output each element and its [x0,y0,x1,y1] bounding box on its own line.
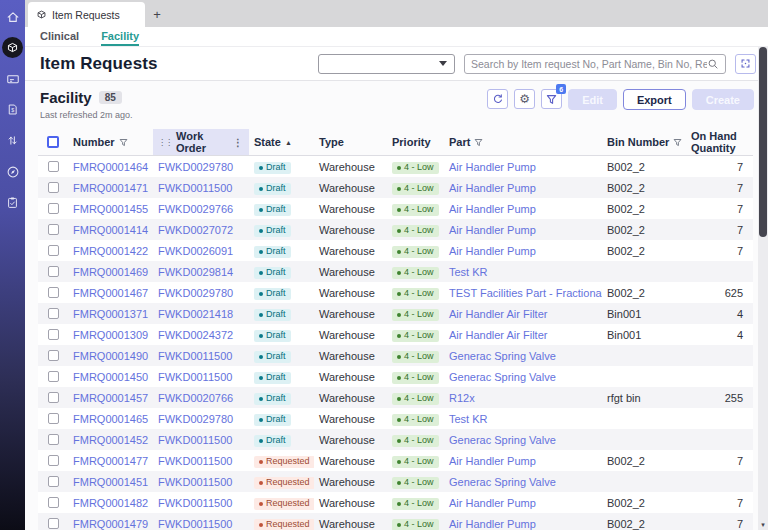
export-button[interactable]: Export [623,89,686,110]
column-menu-icon[interactable]: ⋮ [233,137,249,148]
part-link[interactable]: Air Handler Pump [449,182,536,194]
item-request-link[interactable]: FMRQ0001452 [73,434,148,446]
create-button[interactable]: Create [692,89,754,110]
filter-dropdown[interactable] [318,54,455,74]
filter-button[interactable]: 6 [541,89,562,109]
item-request-link[interactable]: FMRQ0001450 [73,371,148,383]
part-link[interactable]: Air Handler Pump [449,518,536,530]
item-request-link[interactable]: FMRQ0001457 [73,392,148,404]
tasks-clipboard-icon[interactable] [2,192,23,213]
row-checkbox[interactable] [48,203,59,214]
item-requests-icon[interactable] [2,37,23,58]
work-order-link[interactable]: FWKD0026091 [158,245,233,257]
part-link[interactable]: Generac Spring Valve [449,434,556,446]
edit-button[interactable]: Edit [568,89,617,110]
search-icon[interactable] [707,58,719,70]
work-order-link[interactable]: FWKD0029780 [158,287,233,299]
select-all-checkbox[interactable] [47,136,59,148]
column-filter-icon[interactable] [474,138,483,147]
card-icon[interactable] [2,68,23,89]
row-checkbox[interactable] [48,497,59,508]
work-order-link[interactable]: FWKD0011500 [158,497,232,509]
column-header-type[interactable]: Type [314,129,387,155]
part-link[interactable]: R12x [449,392,475,404]
item-request-link[interactable]: FMRQ0001455 [73,203,148,215]
part-link[interactable]: Air Handler Pump [449,497,536,509]
item-request-link[interactable]: FMRQ0001490 [73,350,148,362]
refresh-button[interactable] [487,89,508,109]
column-header-state[interactable]: State▲ [249,129,314,155]
item-request-link[interactable]: FMRQ0001309 [73,329,148,341]
part-link[interactable]: Test KR [449,413,488,425]
part-link[interactable]: Air Handler Pump [449,161,536,173]
part-link[interactable]: Air Handler Pump [449,203,536,215]
row-checkbox[interactable] [48,476,59,487]
row-checkbox[interactable] [48,329,59,340]
work-order-link[interactable]: FWKD0029766 [158,203,233,215]
compass-icon[interactable] [2,161,23,182]
row-checkbox[interactable] [48,434,59,445]
scrollbar-thumb[interactable] [759,47,767,237]
row-checkbox[interactable] [48,266,59,277]
row-checkbox[interactable] [48,224,59,235]
item-request-link[interactable]: FMRQ0001469 [73,266,148,278]
item-request-link[interactable]: FMRQ0001422 [73,245,148,257]
transfer-arrows-icon[interactable] [2,130,23,151]
part-link[interactable]: Generac Spring Valve [449,350,556,362]
item-request-link[interactable]: FMRQ0001482 [73,497,148,509]
part-link[interactable]: Generac Spring Valve [449,371,556,383]
scrollbar-down-arrow[interactable]: ▾ [758,521,768,529]
column-header-qty[interactable]: On Hand Quantity [686,129,753,155]
item-request-link[interactable]: FMRQ0001477 [73,455,148,467]
column-header-part[interactable]: Part [444,129,602,155]
row-checkbox[interactable] [48,350,59,361]
column-header-priority[interactable]: Priority [387,129,444,155]
work-order-link[interactable]: FWKD0029780 [158,161,233,173]
column-filter-icon[interactable] [673,138,682,147]
subtab-facility[interactable]: Facility [101,27,139,46]
subtab-clinical[interactable]: Clinical [40,27,79,46]
work-order-link[interactable]: FWKD0011500 [158,476,232,488]
work-order-link[interactable]: FWKD0011500 [158,182,232,194]
part-link[interactable]: Air Handler Air Filter [449,329,547,341]
work-order-link[interactable]: FWKD0011500 [158,371,232,383]
work-order-link[interactable]: FWKD0024372 [158,329,233,341]
part-link[interactable]: Air Handler Pump [449,224,536,236]
row-checkbox[interactable] [48,455,59,466]
work-order-link[interactable]: FWKD0027072 [158,224,233,236]
part-link[interactable]: Test KR [449,266,488,278]
column-header-number[interactable]: Number [68,129,153,155]
work-order-link[interactable]: FWKD0020766 [158,392,233,404]
row-checkbox[interactable] [48,308,59,319]
row-checkbox[interactable] [48,413,59,424]
row-checkbox[interactable] [48,371,59,382]
row-checkbox[interactable] [48,287,59,298]
row-checkbox[interactable] [48,182,59,193]
part-link[interactable]: TEST Facilities Part - Fractional [449,287,602,299]
part-link[interactable]: Generac Spring Valve [449,476,556,488]
row-checkbox[interactable] [48,518,59,529]
column-filter-icon[interactable] [119,138,128,147]
part-link[interactable]: Air Handler Pump [449,455,536,467]
part-link[interactable]: Air Handler Air Filter [449,308,547,320]
item-request-link[interactable]: FMRQ0001451 [73,476,148,488]
work-order-link[interactable]: FWKD0021418 [158,308,233,320]
row-checkbox[interactable] [48,392,59,403]
tab-item-requests[interactable]: Item Requests [28,2,145,27]
column-header-bin[interactable]: Bin Number [602,129,686,155]
row-checkbox[interactable] [48,161,59,172]
item-request-link[interactable]: FMRQ0001467 [73,287,148,299]
work-order-link[interactable]: FWKD0011500 [158,518,232,530]
item-request-link[interactable]: FMRQ0001414 [73,224,148,236]
settings-button[interactable]: ⚙ [514,89,535,109]
item-request-link[interactable]: FMRQ0001471 [73,182,148,194]
work-order-link[interactable]: FWKD0011500 [158,434,232,446]
home-icon[interactable] [2,6,23,27]
part-link[interactable]: Air Handler Pump [449,245,536,257]
invoice-icon[interactable]: $ [2,99,23,120]
item-request-link[interactable]: FMRQ0001464 [73,161,148,173]
work-order-link[interactable]: FWKD0029814 [158,266,233,278]
vertical-scrollbar[interactable]: ▾ [758,47,768,530]
column-header-workorder[interactable]: ⋮⋮Work Order⋮ [153,129,249,155]
search-input[interactable] [471,58,707,70]
